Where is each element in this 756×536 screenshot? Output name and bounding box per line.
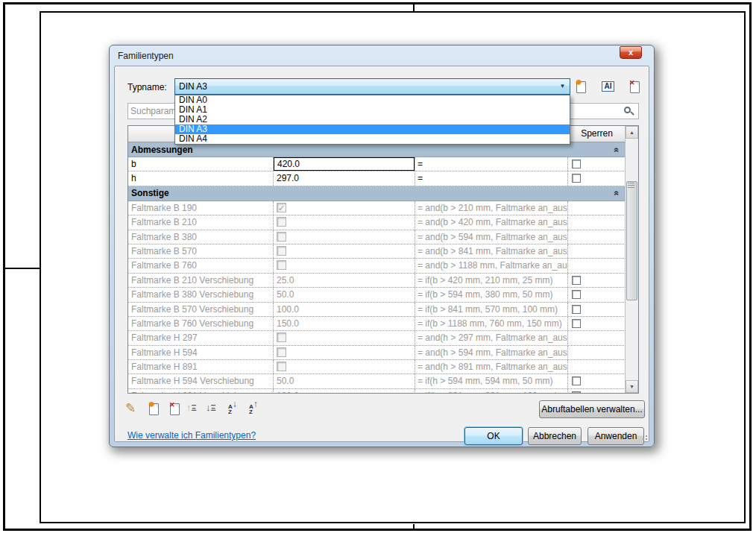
param-formula[interactable]: = [415,157,568,171]
param-value-cell[interactable] [274,360,415,373]
collapse-chevron-icon[interactable]: « [612,191,623,196]
scroll-up-icon[interactable]: ▲ [626,126,638,139]
table-row[interactable]: Faltmarke H 891 Verschiebung100.0= if(h … [128,389,626,393]
param-value-cell[interactable] [274,346,415,359]
lock-cell[interactable] [568,245,626,258]
lock-cell[interactable] [568,374,626,388]
param-formula[interactable]: = if(b > 420 mm, 210 mm, 25 mm) [415,274,568,287]
param-value-cell[interactable]: 297.0 [274,171,415,185]
table-row[interactable]: Faltmarke B 380= and(b > 594 mm, Faltmar… [128,230,626,245]
new-type-button[interactable]: ✹ [573,78,590,95]
delete-type-button[interactable]: ✕ [627,78,643,95]
dropdown-option[interactable]: DIN A2 [175,115,570,124]
lock-checkbox[interactable] [572,319,581,328]
header-sperren[interactable]: Sperren [568,126,626,142]
value-checkbox[interactable] [277,217,286,227]
lock-cell[interactable] [568,331,626,344]
dropdown-option[interactable]: DIN A3 [175,124,570,134]
param-value-cell[interactable] [274,215,415,229]
help-link[interactable]: Wie verwalte ich Familientypen? [127,430,256,441]
param-value-cell[interactable]: 100.0 [274,303,415,316]
value-checkbox[interactable] [277,203,286,212]
table-row[interactable]: Faltmarke H 594= and(h > 594 mm, Faltmar… [128,346,626,360]
table-row[interactable]: Faltmarke B 570 Verschiebung100.0= if(b … [128,303,626,317]
table-row[interactable]: h297.0= [128,171,626,186]
lock-checkbox[interactable] [572,174,581,183]
param-value-cell[interactable]: 50.0 [274,288,415,301]
table-row[interactable]: Faltmarke H 891= and(h > 891 mm, Faltmar… [128,360,626,374]
param-value-cell[interactable]: 100.0 [274,389,415,393]
lock-cell[interactable] [568,171,626,185]
param-value-cell[interactable] [274,245,415,258]
param-formula[interactable]: = and(h > 297 mm, Faltmarke an_aus) [415,331,568,344]
move-up-button[interactable]: ↑Ξ [186,402,203,418]
param-formula[interactable]: = and(b > 210 mm, Faltmarke an_aus) [415,201,568,215]
sort-descending-button[interactable]: A↑Z [249,402,265,418]
lock-cell[interactable] [568,389,626,393]
value-checkbox[interactable] [277,347,286,357]
lock-cell[interactable] [568,215,626,229]
value-checkbox[interactable] [277,232,286,242]
table-row[interactable]: Faltmarke B 210 Verschiebung25.0= if(b >… [128,274,626,288]
manage-lookup-tables-button[interactable]: Abruftabellen verwalten... [539,400,645,418]
sort-ascending-button[interactable]: A↓Z [228,402,245,418]
param-value-cell[interactable]: 420.0 [274,157,415,171]
dialog-titlebar[interactable]: Familientypen x [110,45,654,66]
lock-cell[interactable] [568,157,626,171]
lock-checkbox[interactable] [572,160,581,168]
lock-checkbox[interactable] [572,290,581,299]
table-scrollbar[interactable]: ▲ ▼ [625,126,638,393]
apply-button[interactable]: Anwenden [588,427,644,445]
close-icon[interactable]: x [620,46,642,59]
scrollbar-thumb[interactable] [626,181,637,300]
ok-button[interactable]: OK [464,427,523,445]
section-row[interactable]: Abmessungen« [128,142,626,157]
value-input[interactable]: 420.0 [274,157,415,171]
table-row[interactable]: Faltmarke B 570= and(b > 841 mm, Faltmar… [128,245,626,259]
param-value-cell[interactable]: 25.0 [274,274,415,287]
lock-cell[interactable] [568,288,626,301]
param-value-cell[interactable]: 150.0 [274,317,415,330]
move-down-button[interactable]: ↓Ξ [206,402,222,418]
lock-cell[interactable] [568,274,626,287]
param-formula[interactable]: = and(b > 841 mm, Faltmarke an_aus) [415,245,568,258]
typname-combobox[interactable]: DIN A3 ▼ [174,78,570,95]
lock-cell[interactable] [568,259,626,272]
table-row[interactable]: Faltmarke B 210= and(b > 420 mm, Faltmar… [128,215,626,230]
value-checkbox[interactable] [277,332,286,342]
table-row[interactable]: Faltmarke B 760 Verschiebung150.0= if(b … [128,317,626,331]
lock-checkbox[interactable] [572,391,581,393]
param-formula[interactable]: = if(b > 841 mm, 570 mm, 100 mm) [415,303,568,316]
param-formula[interactable]: = [415,171,568,185]
lock-cell[interactable] [568,303,626,316]
param-value-cell[interactable] [274,259,415,272]
table-row[interactable]: Faltmarke B 760= and(b > 1188 mm, Faltma… [128,259,626,273]
param-formula[interactable]: = and(h > 891 mm, Faltmarke an_aus) [415,360,568,373]
lock-checkbox[interactable] [572,376,581,385]
lock-cell[interactable] [568,230,626,244]
param-formula[interactable]: = if(h > 594 mm, 594 mm, 50 mm) [415,374,568,388]
param-formula[interactable]: = if(b > 594 mm, 380 mm, 50 mm) [415,288,568,301]
chevron-down-icon[interactable]: ▼ [557,81,568,92]
edit-parameter-button[interactable]: ✎ [125,400,142,417]
dropdown-option[interactable]: DIN A0 [175,95,570,105]
section-row[interactable]: Sonstige« [128,186,626,201]
table-row[interactable]: Faltmarke B 380 Verschiebung50.0= if(b >… [128,288,626,302]
value-checkbox[interactable] [277,260,286,270]
table-row[interactable]: Faltmarke H 594 Verschiebung50.0= if(h >… [128,374,626,388]
value-checkbox[interactable] [277,246,286,256]
param-formula[interactable]: = and(h > 594 mm, Faltmarke an_aus) [415,346,568,359]
table-row[interactable]: Faltmarke B 190= and(b > 210 mm, Faltmar… [128,201,626,215]
param-value-cell[interactable]: 50.0 [274,374,415,388]
param-formula[interactable]: = if(b > 1188 mm, 760 mm, 150 mm) [415,317,568,330]
lock-checkbox[interactable] [572,305,581,314]
lock-cell[interactable] [568,346,626,359]
table-row[interactable]: b420.0= [128,157,626,171]
table-row[interactable]: Faltmarke H 297= and(h > 297 mm, Faltmar… [128,331,626,345]
new-parameter-button[interactable]: ✹ [146,400,163,417]
param-value-cell[interactable] [274,201,415,215]
param-formula[interactable]: = if(h > 891 mm, 891 mm, 100 mm) [415,389,568,393]
delete-parameter-button[interactable]: ✕ [167,400,183,417]
cancel-button[interactable]: Abbrechen [528,427,582,445]
lock-cell[interactable] [568,201,626,215]
